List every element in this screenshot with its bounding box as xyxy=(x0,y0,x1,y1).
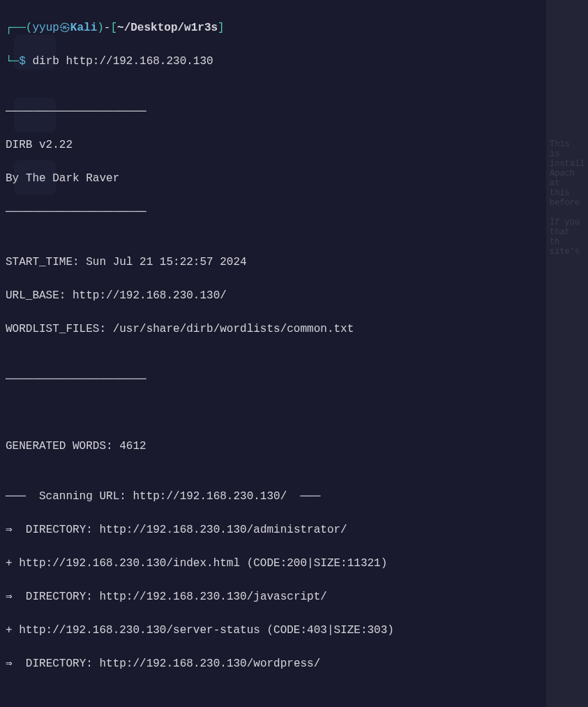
prompt-symbol: $ xyxy=(19,53,26,70)
output-generated-words: GENERATED WORDS: 4612 xyxy=(6,438,582,455)
prompt-path: ~/Desktop/w1r3s xyxy=(117,20,218,36)
prompt-host: Kali xyxy=(70,20,97,36)
bracket-close: ] xyxy=(218,20,225,36)
command-input[interactable]: dirb http://192.168.230.130 xyxy=(32,53,213,70)
dash: - xyxy=(104,20,111,36)
output-wordlist: WORDLIST_FILES: /usr/share/dirb/wordlist… xyxy=(6,321,582,337)
prompt-line-1: ┌──(yyup㉿Kali)-[~/Desktop/w1r3s] xyxy=(6,20,582,36)
terminal-window[interactable]: ┌──(yyup㉿Kali)-[~/Desktop/w1r3s] └─$ dir… xyxy=(0,0,588,707)
output-title: DIRB v2.22 xyxy=(6,137,582,153)
output-separator: ───────────────────── xyxy=(6,103,582,120)
prompt-line-2: └─$ dirb http://192.168.230.130 xyxy=(6,53,582,70)
paren-open: ( xyxy=(26,20,33,36)
prompt-user: yyup xyxy=(32,20,59,36)
paren-close: ) xyxy=(97,20,104,36)
bracket-open: [ xyxy=(110,20,117,36)
tree-prefix: ┌── xyxy=(6,20,26,36)
output-file-found: + http://192.168.230.130/server-status (… xyxy=(6,622,582,639)
output-start-time: START_TIME: Sun Jul 21 15:22:57 2024 xyxy=(6,254,582,271)
output-directory-found: ⇒ DIRECTORY: http://192.168.230.130/java… xyxy=(6,588,582,605)
output-author: By The Dark Raver xyxy=(6,170,582,187)
output-separator: ───────────────────── xyxy=(6,204,582,220)
output-url-base: URL_BASE: http://192.168.230.130/ xyxy=(6,287,582,304)
output-separator: ───────────────────── xyxy=(6,371,582,388)
output-directory-found: ⇒ DIRECTORY: http://192.168.230.130/word… xyxy=(6,655,582,672)
output-file-found: + http://192.168.230.130/index.html (COD… xyxy=(6,555,582,572)
output-directory-found: ⇒ DIRECTORY: http://192.168.230.130/admi… xyxy=(6,522,582,538)
at-icon: ㉿ xyxy=(59,20,70,36)
output-scan-header: ─── Scanning URL: http://192.168.230.130… xyxy=(6,488,582,505)
tree-prefix: └─ xyxy=(6,53,19,70)
